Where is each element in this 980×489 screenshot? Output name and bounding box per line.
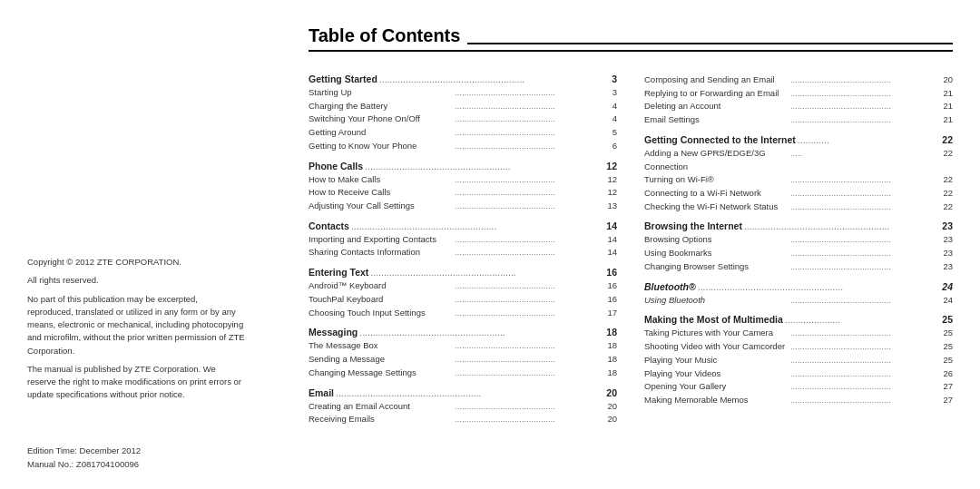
section-getting-started: Getting Started ........................…: [309, 73, 617, 84]
list-item: Using Bluetooth.........................…: [644, 294, 953, 308]
section-entering-text: Entering Text ..........................…: [309, 267, 617, 278]
list-item: Taking Pictures with Your Camera........…: [644, 327, 953, 340]
left-panel: Copyright © 2012 ZTE CORPORATION. All ri…: [0, 0, 272, 489]
toc-title: Table of Contents: [309, 25, 953, 52]
list-item: Sharing Contacts Information............…: [309, 246, 617, 259]
list-item: How to Make Calls.......................…: [309, 173, 617, 187]
section-bluetooth: Bluetooth® .............................…: [644, 281, 953, 292]
all-rights-text: All rights reserved.: [27, 274, 245, 287]
list-item: Replying to or Forwarding an Email......…: [644, 87, 953, 101]
edition-time: Edition Time: December 2012: [27, 444, 245, 457]
list-item: Getting to Know Your Phone..............…: [309, 140, 617, 153]
list-item: Opening Your Gallery....................…: [644, 380, 953, 394]
list-item: Importing and Exporting Contacts........…: [309, 233, 617, 247]
list-item: Choosing Touch Input Settings...........…: [309, 307, 617, 320]
list-item: Android™ Keyboard.......................…: [309, 279, 617, 293]
list-item: Using Bookmarks.........................…: [644, 247, 953, 260]
list-item: Email Settings..........................…: [644, 113, 953, 127]
list-item: The Message Box.........................…: [309, 339, 617, 353]
list-item: Getting Around..........................…: [309, 126, 617, 140]
manual-no: Manual No.: Z081704100096: [27, 457, 245, 471]
list-item: Adjusting Your Call Settings............…: [309, 200, 617, 213]
list-item: Deleting an Account.....................…: [644, 100, 953, 113]
list-item: TouchPal Keyboard.......................…: [309, 293, 617, 307]
list-item: Shooting Video with Your Camcorder......…: [644, 340, 953, 354]
list-item: How to Receive Calls....................…: [309, 186, 617, 200]
list-item: Sending a Message.......................…: [309, 353, 617, 367]
list-item: Switching Your Phone On/Off.............…: [309, 112, 617, 126]
list-item: Receiving Emails........................…: [309, 413, 617, 426]
toc-col-1: Getting Started ........................…: [309, 66, 617, 426]
list-item: Browsing Options........................…: [644, 233, 953, 247]
section-phone-calls: Phone Calls ............................…: [309, 161, 617, 171]
toc-columns: Getting Started ........................…: [309, 66, 953, 426]
copyright-block: Copyright © 2012 ZTE CORPORATION. All ri…: [27, 256, 245, 407]
list-item: Composing and Sending an Email..........…: [644, 73, 953, 87]
section-email: Email ..................................…: [309, 387, 617, 398]
list-item: Changing Message Settings...............…: [309, 367, 617, 380]
list-item: Playing Your Videos.....................…: [644, 367, 953, 381]
list-item: Connecting to a Wi-Fi Network...........…: [644, 187, 953, 200]
email-continuation: Composing and Sending an Email..........…: [644, 73, 953, 127]
copyright-text: Copyright © 2012 ZTE CORPORATION.: [27, 256, 245, 269]
toc-col-2: Composing and Sending an Email..........…: [644, 66, 953, 426]
list-item: Creating an Email Account...............…: [309, 400, 617, 414]
list-item: Adding a New GPRS/EDGE/3G Connection....…: [644, 147, 953, 173]
section-browsing: Browsing the Internet ..................…: [644, 220, 953, 231]
main-content: Table of Contents Getting Started ......…: [272, 0, 980, 489]
list-item: Making Memorable Memos..................…: [644, 394, 953, 407]
disclaimer-text: No part of this publication may be excer…: [27, 293, 245, 357]
section-multimedia: Making the Most of Multimedia ..........…: [644, 314, 953, 325]
list-item: Playing Your Music......................…: [644, 354, 953, 367]
section-internet: Getting Connected to the Internet ......…: [644, 134, 953, 145]
section-contacts: Contacts ...............................…: [309, 220, 617, 231]
list-item: Checking the Wi-Fi Network Status.......…: [644, 200, 953, 214]
edition-block: Edition Time: December 2012 Manual No.: …: [27, 444, 245, 471]
section-messaging: Messaging ..............................…: [309, 327, 617, 337]
list-item: Changing Browser Settings...............…: [644, 260, 953, 274]
modification-text: The manual is published by ZTE Corporati…: [27, 363, 245, 402]
page: Copyright © 2012 ZTE CORPORATION. All ri…: [0, 0, 980, 489]
list-item: Charging the Battery....................…: [309, 100, 617, 113]
list-item: Starting Up.............................…: [309, 86, 617, 100]
list-item: Turning on Wi-Fi®.......................…: [644, 173, 953, 187]
